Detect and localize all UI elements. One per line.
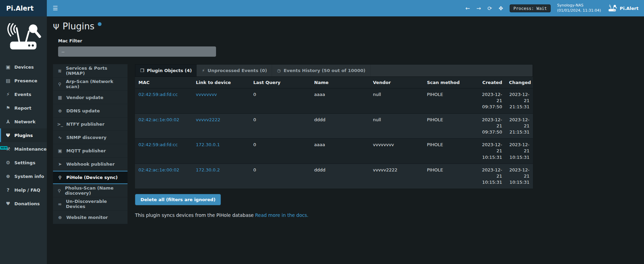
delete-all-button[interactable]: Delete all (filters are ignored) xyxy=(135,194,221,205)
router-mini-icon xyxy=(607,4,617,12)
devices-icon: ▣ xyxy=(5,64,11,70)
plugin-description-text: This plugin syncs devices from the PiHol… xyxy=(135,212,254,218)
cell-vendor: null xyxy=(370,113,424,139)
cell-created: 2023-12-21 09:37:50 xyxy=(478,113,506,139)
sidebar-item-report[interactable]: ⚑ Report xyxy=(0,101,47,115)
col-header-changed: Changed xyxy=(506,77,533,88)
cell-changed: 2023-12-21 10:15:31 xyxy=(506,139,533,164)
sidebar-item-label: Network xyxy=(14,119,36,124)
plugin-nav-webhook[interactable]: ➤ Webhook publisher xyxy=(53,157,128,171)
info-badge-icon[interactable] xyxy=(98,22,102,26)
new-badge: NEW xyxy=(0,146,8,150)
cell-last-query: 0 xyxy=(250,164,311,189)
sidebar-item-network[interactable]: ⅄ Network xyxy=(0,115,47,128)
col-header-link: Link to device xyxy=(192,77,250,88)
cell-scan-method: PIHOLE xyxy=(424,164,478,189)
sidebar-item-presence[interactable]: ▤ Presence xyxy=(0,74,47,87)
forward-arrow-icon[interactable]: → xyxy=(477,5,481,12)
cell-changed: 2023-12-21 21:15:31 xyxy=(506,88,533,114)
plugin-nav-vendor-update[interactable]: ▦ Vendor update xyxy=(53,91,128,104)
col-header-created: Created xyxy=(478,77,506,88)
plugin-nav-arpscan[interactable]: ⚲ Arp-Scan (Network scan) xyxy=(53,78,128,91)
sidebar-item-settings[interactable]: ⚙ Settings xyxy=(0,156,47,169)
plugin-nav-label: Arp-Scan (Network scan) xyxy=(66,79,123,89)
topbar: Pi.Alert ☰ ← → ⟳ ✥ Process: Wait Synolog… xyxy=(0,0,644,16)
plugin-nav-pholus[interactable]: ⚲ Pholus-Scan (Name discovery) xyxy=(53,184,128,197)
sidebar-item-events[interactable]: ⚡ Events xyxy=(0,87,47,101)
created-date: 2023-12-21 xyxy=(482,167,502,179)
device-link[interactable]: 172.30.0.1 xyxy=(196,142,220,147)
changed-date: 2023-12-21 xyxy=(509,142,529,154)
clock-icon: ◷ xyxy=(277,68,281,73)
cell-scan-method: PIHOLE xyxy=(424,113,478,139)
host-info: Synology-NAS (01/01/2024, 11:31:04) xyxy=(557,3,601,13)
plug-icon: Ψ xyxy=(5,133,11,138)
sidebar-item-label: Maintenance xyxy=(14,147,46,152)
hamburger-menu-icon[interactable]: ☰ xyxy=(47,5,64,12)
router-logo xyxy=(0,16,47,57)
cell-scan-method: PIHOLE xyxy=(424,139,478,164)
cell-name: aaaa xyxy=(311,139,370,164)
plugin-nav-snmp[interactable]: ∿ SNMP discovery xyxy=(53,131,128,144)
changed-time: 10:15:31 xyxy=(509,154,529,161)
plugin-nav-label: SNMP discovery xyxy=(66,135,107,140)
cell-name: dddd xyxy=(311,113,370,139)
changed-time: 21:15:31 xyxy=(509,104,529,110)
sidebar-item-label: Donations xyxy=(14,201,40,206)
calendar-icon: ▤ xyxy=(5,78,11,83)
cell-changed: 2023-12-21 10:15:31 xyxy=(506,164,533,189)
plugin-nav-pihole[interactable]: ⚲ PiHole (Device sync) xyxy=(53,171,128,184)
device-link[interactable]: vvvvv2222 xyxy=(196,117,220,122)
plugin-nav-nmap[interactable]: ≋ Services & Ports (NMAP) xyxy=(53,64,128,78)
plugin-nav-label: Services & Ports (NMAP) xyxy=(66,66,123,76)
plugin-nav-undiscoverable[interactable]: ∞ Un-Discoverable Devices xyxy=(53,197,128,211)
signal-icon: ≋ xyxy=(57,68,63,73)
device-link[interactable]: vvvvvvvv xyxy=(196,92,217,97)
refresh-icon[interactable]: ⟳ xyxy=(487,5,492,12)
sidebar-item-devices[interactable]: ▣ Devices xyxy=(0,60,47,74)
mac-link[interactable]: 02:42:59:ad:fd:cc xyxy=(138,142,178,147)
mac-filter-input[interactable] xyxy=(58,46,216,57)
sidebar-item-system-info[interactable]: ⊕ System info xyxy=(0,169,47,183)
plugin-nav-label: Un-Discoverable Devices xyxy=(66,199,123,209)
tab-bar: ❒ Plugin Objects (4) ⚡ Unprocessed Event… xyxy=(135,64,533,77)
cell-changed: 2023-12-21 21:15:31 xyxy=(506,113,533,139)
sidebar-item-maintenance[interactable]: NEW ⚒ Maintenance xyxy=(0,142,47,156)
sidebar-item-label: Presence xyxy=(14,78,37,83)
move-icon[interactable]: ✥ xyxy=(498,5,503,12)
tab-events-history[interactable]: ◷ Events History (50 out of 10000) xyxy=(272,65,371,77)
question-icon: ? xyxy=(5,187,11,193)
cell-vendor: vvvvvvvv xyxy=(370,139,424,164)
sitemap-icon: ⅄ xyxy=(5,119,11,124)
search-icon: ⚲ xyxy=(57,188,62,193)
host-name: Synology-NAS xyxy=(557,3,601,8)
plugin-nav-label: DDNS update xyxy=(66,108,100,113)
created-date: 2023-12-21 xyxy=(482,92,502,104)
sidebar-item-plugins[interactable]: Ψ Plugins xyxy=(0,128,47,142)
mac-link[interactable]: 02:42:ac:1e:00:02 xyxy=(138,117,179,122)
plugin-nav-mqtt[interactable]: ▣ MQTT publisher xyxy=(53,144,128,157)
plugin-nav-label: Webhook publisher xyxy=(66,162,115,167)
docs-link[interactable]: Read more in the docs. xyxy=(255,212,308,218)
cell-last-query: 0 xyxy=(250,113,311,139)
tab-plugin-objects[interactable]: ❒ Plugin Objects (4) xyxy=(135,65,197,77)
app-brand[interactable]: Pi.Alert xyxy=(607,4,639,12)
plugin-objects-table: MAC Link to device Last Query Name Vendo… xyxy=(135,77,533,189)
sidebar-item-help-faq[interactable]: ? Help / FAQ xyxy=(0,183,47,197)
sidebar-item-donations[interactable]: ♥ Donations xyxy=(0,197,47,210)
brand-logo[interactable]: Pi.Alert xyxy=(0,0,47,16)
plugin-nav-website-monitor[interactable]: ⊕ Website monitor xyxy=(53,211,128,224)
mac-link[interactable]: 02:42:59:ad:fd:cc xyxy=(138,92,178,97)
back-arrow-icon[interactable]: ← xyxy=(465,5,470,12)
created-time: 09:37:50 xyxy=(482,104,502,110)
tab-unprocessed-events[interactable]: ⚡ Unprocessed Events (0) xyxy=(197,65,272,77)
mac-link[interactable]: 02:42:ac:1e:00:02 xyxy=(138,167,179,172)
plugin-nav-ddns-update[interactable]: ⊕ DDNS update xyxy=(53,104,128,117)
cell-created: 2023-12-21 10:15:31 xyxy=(478,164,506,189)
sidebar-menu: ▣ Devices ▤ Presence ⚡ Events ⚑ Report ⅄… xyxy=(0,60,47,210)
sidebar-item-label: Settings xyxy=(14,160,35,165)
table-row: 02:42:ac:1e:00:02 172.30.0.2 0 dddd vvvv… xyxy=(135,164,533,189)
cell-vendor: vvvvv2222 xyxy=(370,164,424,189)
plugin-nav-ntfy[interactable]: >_ NTFY publisher xyxy=(53,117,128,131)
device-link[interactable]: 172.30.0.2 xyxy=(196,167,220,172)
